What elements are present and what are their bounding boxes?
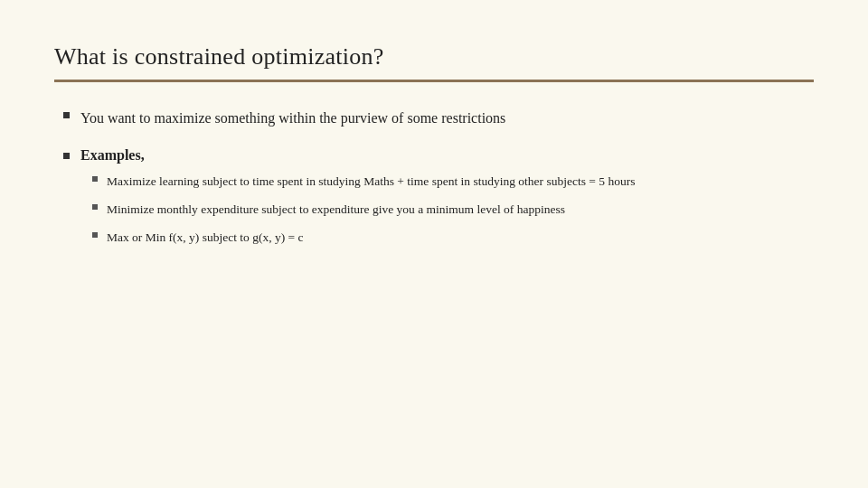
slide: What is constrained optimization? You wa…	[0, 0, 868, 488]
sub-bullet-icon-2	[92, 204, 98, 210]
bullet-item-1: You want to maximize something within th…	[63, 108, 814, 129]
bullet-1-text: You want to maximize something within th…	[80, 108, 505, 129]
sub-bullets-list: Maximize learning subject to time spent …	[63, 173, 635, 257]
bullet-square-icon-2	[63, 153, 70, 159]
sub-bullet-2-text: Minimize monthly expenditure subject to …	[107, 201, 565, 220]
bullet-2-label: Examples,	[80, 147, 145, 164]
bullet-item-2: Examples, Maximize learning subject to t…	[63, 147, 814, 257]
sub-bullet-3-text: Max or Min f(x, y) subject to g(x, y) = …	[107, 229, 304, 248]
slide-content: You want to maximize something within th…	[54, 108, 814, 257]
sub-bullet-item-2: Minimize monthly expenditure subject to …	[92, 201, 635, 220]
sub-bullet-item-1: Maximize learning subject to time spent …	[92, 173, 635, 192]
slide-title: What is constrained optimization?	[54, 43, 814, 70]
title-section: What is constrained optimization?	[54, 43, 814, 82]
sub-bullet-item-3: Max or Min f(x, y) subject to g(x, y) = …	[92, 229, 635, 248]
sub-bullet-1-text: Maximize learning subject to time spent …	[107, 173, 635, 192]
sub-bullet-icon-1	[92, 176, 98, 182]
title-divider	[54, 80, 814, 82]
sub-bullet-icon-3	[92, 232, 98, 238]
bullet-square-icon-1	[63, 112, 70, 118]
